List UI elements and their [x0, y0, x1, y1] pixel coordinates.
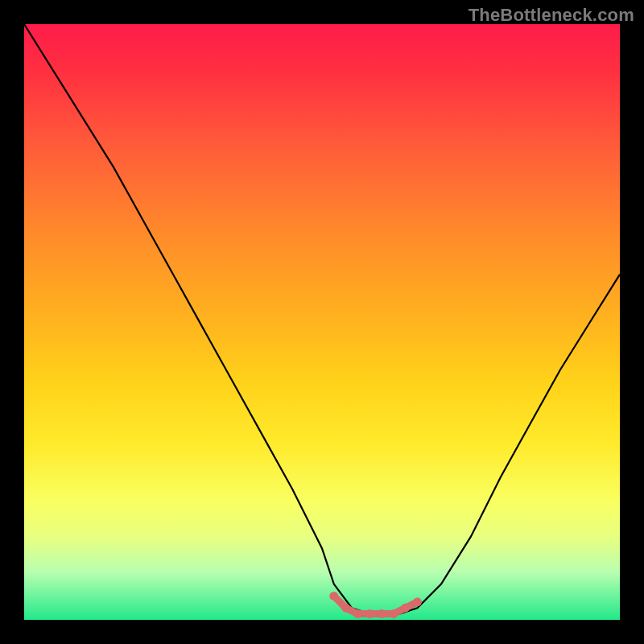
trough-marker — [389, 609, 398, 618]
trough-marker — [401, 604, 410, 613]
chart-container: TheBottleneck.com — [0, 0, 644, 644]
trough-marker — [341, 604, 350, 613]
trough-marker — [365, 609, 374, 618]
curve-svg — [24, 24, 620, 620]
trough-marker — [378, 609, 386, 618]
trough-marker — [353, 609, 362, 618]
bottleneck-curve — [24, 24, 620, 614]
plot-area — [24, 24, 620, 620]
trough-marker — [413, 597, 422, 606]
trough-marker — [329, 592, 338, 601]
watermark-text: TheBottleneck.com — [469, 5, 634, 26]
